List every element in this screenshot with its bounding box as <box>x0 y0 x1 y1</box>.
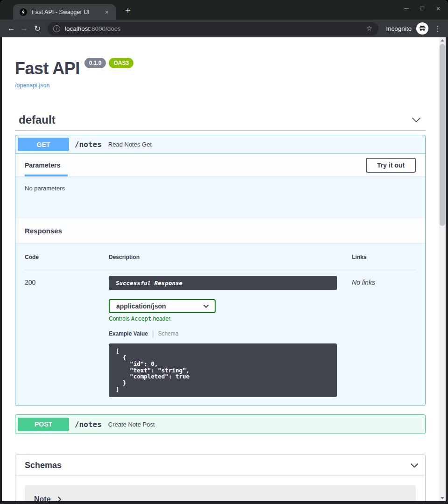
accept-code: Accept <box>131 315 151 322</box>
opblock-get-notes: GET /notes Read Notes Get Parameters Try… <box>15 135 426 406</box>
code-column-header: Code <box>25 254 109 260</box>
model-note-row[interactable]: Note <box>25 485 416 501</box>
response-row-200: 200 Successful Response application/json… <box>25 269 416 397</box>
chevron-right-icon[interactable] <box>57 496 62 501</box>
browser-menu-icon[interactable]: ⋮ <box>432 24 443 33</box>
tag-section-default[interactable]: default <box>15 113 426 131</box>
page-viewport: Fast API 0.1.0 OAS3 /openapi.json defaul… <box>2 37 446 501</box>
schemas-header[interactable]: Schemas <box>15 455 425 476</box>
scrollbar-thumb[interactable] <box>440 44 445 226</box>
media-type-select[interactable]: application/json <box>109 299 216 313</box>
active-tab-underline <box>25 175 68 176</box>
incognito-label: Incognito <box>386 25 412 32</box>
scrollbar-up-arrow[interactable] <box>439 37 446 43</box>
minimize-button[interactable]: ─ <box>402 5 411 13</box>
parameters-title: Parameters <box>25 161 60 169</box>
tab-close-icon[interactable]: × <box>103 8 111 16</box>
openapi-spec-link[interactable]: /openapi.json <box>15 82 49 89</box>
responses-table-headers: Code Description Links <box>25 254 416 269</box>
post-method-badge: POST <box>18 418 69 431</box>
swagger-ui-page: Fast API 0.1.0 OAS3 /openapi.json defaul… <box>2 37 439 501</box>
tab-schema[interactable]: Schema <box>158 330 179 337</box>
url-path: :8000/docs <box>90 25 120 32</box>
try-it-out-button[interactable]: Try it out <box>366 158 416 173</box>
chevron-down-icon <box>203 304 209 308</box>
fastapi-favicon-icon <box>20 8 27 16</box>
get-notes-summary[interactable]: GET /notes Read Notes Get <box>15 135 425 154</box>
schemas-title: Schemas <box>25 461 62 470</box>
controls-accept-message: Controls Accept header. <box>109 315 337 322</box>
parameters-header: Parameters Try it out <box>15 154 425 176</box>
schemas-section: Schemas Note <box>15 455 426 501</box>
get-method-badge: GET <box>18 138 69 151</box>
page-title: Fast API <box>15 59 80 78</box>
new-tab-button[interactable]: + <box>122 5 133 16</box>
browser-tab[interactable]: Fast API - Swagger UI × <box>13 4 116 20</box>
forward-icon[interactable]: → <box>18 24 31 33</box>
response-code: 200 <box>25 276 109 397</box>
tab-separator: | <box>152 330 154 337</box>
response-description-box: Successful Response <box>109 276 337 290</box>
response-links: No links <box>352 276 416 397</box>
incognito-icon[interactable] <box>416 22 428 35</box>
browser-window: Fast API - Swagger UI × + ─ □ × ← → ↻ i … <box>0 0 448 504</box>
site-info-icon[interactable]: i <box>53 25 60 32</box>
reload-icon[interactable]: ↻ <box>31 24 44 34</box>
controls-text: Controls <box>109 315 131 322</box>
oas3-badge: OAS3 <box>109 58 133 68</box>
back-icon[interactable]: ← <box>5 24 18 33</box>
bookmark-star-icon[interactable]: ☆ <box>364 24 374 33</box>
url-host: localhost <box>65 25 90 32</box>
url-text: localhost:8000/docs <box>65 25 364 32</box>
get-notes-path: /notes <box>75 140 102 149</box>
get-notes-description: Read Notes Get <box>108 141 152 148</box>
tab-example-value[interactable]: Example Value <box>109 330 148 337</box>
chevron-down-icon[interactable] <box>410 463 419 468</box>
browser-tab-bar: Fast API - Swagger UI × + ─ □ × <box>0 0 448 20</box>
schemas-body: Note <box>15 476 425 501</box>
window-controls: ─ □ × <box>402 5 442 13</box>
description-column-header: Description <box>109 254 352 260</box>
post-notes-summary[interactable]: POST /notes Create Note Post <box>15 415 425 434</box>
no-parameters-text: No parameters <box>15 176 425 218</box>
post-notes-path: /notes <box>75 420 102 429</box>
tab-parameters[interactable]: Parameters <box>25 154 60 176</box>
post-notes-description: Create Note Post <box>108 421 155 428</box>
version-badge: 0.1.0 <box>84 58 106 68</box>
opblock-post-notes: POST /notes Create Note Post <box>15 414 426 434</box>
maximize-button[interactable]: □ <box>418 5 427 13</box>
header-text: header. <box>151 315 171 322</box>
close-button[interactable]: × <box>434 5 442 13</box>
responses-header: Responses <box>15 218 425 243</box>
api-header: Fast API 0.1.0 OAS3 <box>15 37 426 78</box>
model-name: Note <box>34 495 51 501</box>
page-scrollbar[interactable] <box>439 37 446 501</box>
tag-title: default <box>19 113 56 126</box>
example-json-code-block: [ { "id": 0, "text": "string", "complete… <box>109 343 337 397</box>
media-type-value: application/json <box>116 302 166 310</box>
scrollbar-down-arrow[interactable] <box>439 495 446 501</box>
responses-table: Code Description Links 200 Successful Re… <box>15 243 425 406</box>
browser-toolbar: ← → ↻ i localhost:8000/docs ☆ Incognito … <box>0 20 448 37</box>
links-column-header: Links <box>352 254 416 260</box>
model-example-tabs: Example Value | Schema <box>109 330 337 337</box>
chevron-down-icon[interactable] <box>412 117 421 123</box>
address-bar[interactable]: i localhost:8000/docs ☆ <box>48 22 378 35</box>
tab-title: Fast API - Swagger UI <box>32 9 103 15</box>
